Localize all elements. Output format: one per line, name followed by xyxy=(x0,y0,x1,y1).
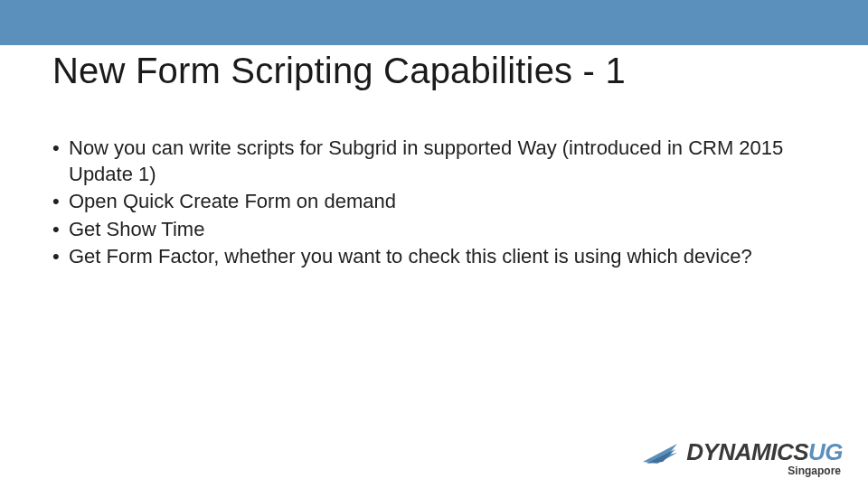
bullet-list: Now you can write scripts for Subgrid in… xyxy=(52,136,816,272)
arrow-icon xyxy=(641,440,681,465)
list-item: Open Quick Create Form on demand xyxy=(52,189,816,215)
logo-wordmark: DYNAMICSUG xyxy=(686,438,843,466)
slide-title: New Form Scripting Capabilities - 1 xyxy=(52,51,626,91)
logo-row: DYNAMICSUG xyxy=(641,438,843,466)
svg-marker-1 xyxy=(646,449,675,464)
logo-text-accent: UG xyxy=(808,438,843,465)
logo-subtitle: Singapore xyxy=(788,465,841,477)
footer-logo: DYNAMICSUG Singapore xyxy=(641,438,843,477)
header-band xyxy=(0,0,868,45)
list-item: Now you can write scripts for Subgrid in… xyxy=(52,136,816,187)
logo-text-main: DYNAMICS xyxy=(686,438,808,465)
list-item: Get Form Factor, whether you want to che… xyxy=(52,244,816,270)
list-item: Get Show Time xyxy=(52,217,816,243)
